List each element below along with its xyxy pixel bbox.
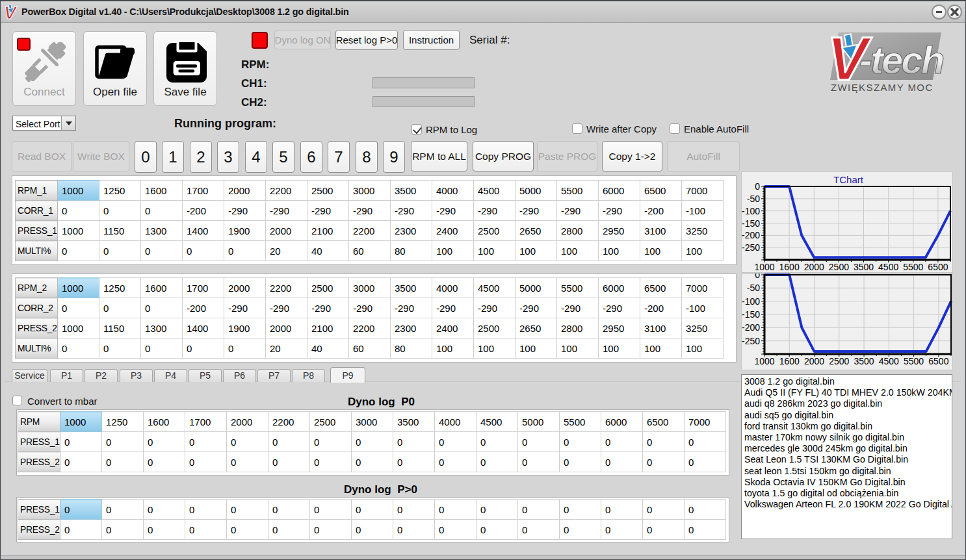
svg-text:-200: -200 bbox=[742, 230, 760, 240]
svg-text:4500: 4500 bbox=[878, 262, 898, 272]
svg-text:0: 0 bbox=[755, 181, 760, 192]
svg-text:-100: -100 bbox=[742, 206, 760, 216]
svg-text:-200: -200 bbox=[742, 322, 760, 333]
svg-text:-250: -250 bbox=[742, 336, 760, 346]
svg-text:2500: 2500 bbox=[829, 262, 849, 272]
svg-text:1600: 1600 bbox=[779, 262, 800, 272]
svg-text:2000: 2000 bbox=[804, 356, 824, 366]
svg-text:6500: 6500 bbox=[928, 356, 948, 366]
svg-text:-50: -50 bbox=[747, 194, 760, 204]
svg-text:-tech: -tech bbox=[859, 38, 944, 82]
svg-text:1000: 1000 bbox=[754, 262, 774, 272]
svg-text:2000: 2000 bbox=[804, 262, 824, 272]
svg-text:3500: 3500 bbox=[854, 356, 874, 366]
svg-text:1000: 1000 bbox=[754, 356, 774, 366]
svg-text:2500: 2500 bbox=[829, 356, 849, 366]
svg-text:-50: -50 bbox=[747, 283, 760, 293]
svg-text:4500: 4500 bbox=[879, 356, 899, 366]
svg-text:5500: 5500 bbox=[903, 262, 923, 272]
svg-text:-250: -250 bbox=[742, 242, 760, 253]
svg-text:-150: -150 bbox=[742, 218, 760, 229]
svg-text:-100: -100 bbox=[742, 296, 760, 307]
svg-text:5500: 5500 bbox=[904, 356, 924, 366]
svg-text:0: 0 bbox=[755, 274, 760, 280]
svg-text:-150: -150 bbox=[742, 309, 760, 320]
svg-text:1600: 1600 bbox=[779, 356, 800, 366]
svg-text:TChart: TChart bbox=[833, 174, 864, 185]
svg-text:3500: 3500 bbox=[854, 262, 874, 272]
svg-text:6500: 6500 bbox=[928, 262, 948, 272]
